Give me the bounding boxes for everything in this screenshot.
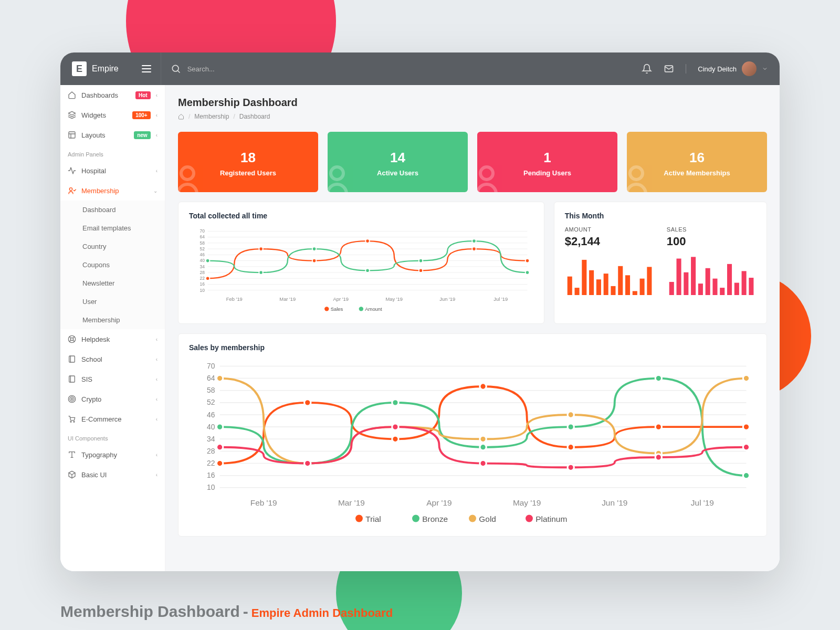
svg-point-146 <box>568 464 574 470</box>
search-input[interactable] <box>187 65 334 73</box>
svg-text:16: 16 <box>207 471 215 479</box>
subnav-item-coupons[interactable]: Coupons <box>60 256 165 274</box>
subnav-item-dashboard[interactable]: Dashboard <box>60 201 165 219</box>
breadcrumb-item[interactable]: Membership <box>194 113 229 120</box>
svg-text:10: 10 <box>200 288 205 293</box>
chevron-icon: ‹ <box>156 396 158 402</box>
sidebar-item-hospital[interactable]: Hospital ‹ <box>60 161 165 181</box>
svg-rect-89 <box>684 272 688 296</box>
sidebar-item-widgets[interactable]: Widgets 100+ ‹ <box>60 105 165 125</box>
sidebar-item-sis[interactable]: SIS ‹ <box>60 369 165 389</box>
svg-point-125 <box>568 444 574 450</box>
nav-label: School <box>81 355 151 363</box>
chevron-icon: ‹ <box>156 337 158 342</box>
svg-point-144 <box>392 424 398 430</box>
subnav-item-country[interactable]: Country <box>60 237 165 256</box>
breadcrumb-sep: / <box>188 113 190 120</box>
svg-point-142 <box>216 444 223 450</box>
mail-icon[interactable] <box>664 64 674 74</box>
svg-rect-78 <box>589 270 594 296</box>
svg-line-11 <box>73 340 75 342</box>
svg-rect-91 <box>698 284 703 295</box>
svg-text:64: 64 <box>200 234 205 239</box>
sidebar-item-membership[interactable]: Membership ⌄ <box>60 181 165 201</box>
nav-label: Membership <box>81 187 148 195</box>
svg-text:16: 16 <box>200 281 205 287</box>
svg-point-133 <box>655 375 662 381</box>
svg-rect-98 <box>749 278 753 295</box>
svg-rect-87 <box>669 282 674 295</box>
stat-row: 18 Registered Users 14 Active Users 1 Pe… <box>178 132 767 192</box>
svg-text:22: 22 <box>200 276 205 281</box>
total-collected-chart: 1016222834404652586470Feb '19Mar '19Apr … <box>189 226 533 314</box>
sidebar-item-basic ui[interactable]: Basic UI ‹ <box>60 465 165 485</box>
svg-point-126 <box>655 424 662 430</box>
svg-text:34: 34 <box>207 435 215 443</box>
stat-card-registered users[interactable]: 18 Registered Users <box>178 132 318 192</box>
svg-point-121 <box>216 460 223 466</box>
svg-text:52: 52 <box>207 398 215 406</box>
svg-point-135 <box>216 375 223 381</box>
badge-hot: Hot <box>135 91 151 99</box>
svg-point-157 <box>412 514 419 522</box>
svg-point-21 <box>70 421 71 422</box>
footer-caption: Membership Dashboard - Empire Admin Dash… <box>60 603 393 621</box>
stat-card-pending users[interactable]: 1 Pending Users <box>477 132 617 192</box>
subnav-item-membership[interactable]: Membership <box>60 311 165 329</box>
nav-section-ui: UI Components <box>60 429 165 445</box>
menu-toggle-button[interactable] <box>142 65 151 72</box>
cube-icon <box>68 470 76 479</box>
stat-card-active users[interactable]: 14 Active Users <box>328 132 468 192</box>
stat-value: 14 <box>390 150 405 166</box>
svg-point-147 <box>655 454 662 460</box>
brand[interactable]: E Empire <box>72 61 119 76</box>
sidebar-item-school[interactable]: School ‹ <box>60 349 165 369</box>
topbar: E Empire Cindy Deitch <box>60 52 780 85</box>
chevron-icon: ‹ <box>156 168 158 174</box>
amount-label: AMOUNT <box>565 226 654 233</box>
stat-card-active memberships[interactable]: 16 Active Memberships <box>627 132 767 192</box>
sales-sparkbar <box>667 254 756 295</box>
user-menu[interactable]: Cindy Deitch <box>698 61 768 76</box>
svg-point-55 <box>419 269 423 272</box>
subnav-item-user[interactable]: User <box>60 292 165 311</box>
sidebar-item-e-commerce[interactable]: E-Commerce ‹ <box>60 409 165 429</box>
sidebar-item-layouts[interactable]: Layouts new ‹ <box>60 125 165 145</box>
svg-rect-97 <box>741 271 746 295</box>
svg-text:70: 70 <box>200 228 205 234</box>
sales-by-membership-chart: 1016222834404652586470Feb '19Mar '19Apr … <box>189 358 756 527</box>
svg-rect-86 <box>647 267 652 295</box>
svg-rect-80 <box>603 274 608 295</box>
nav-label: Helpdesk <box>81 335 151 343</box>
footer-subtitle: Empire Admin Dashboard <box>251 606 393 620</box>
svg-point-22 <box>74 421 75 422</box>
this-month-panel: This Month AMOUNT $2,144 SALES 100 <box>554 202 767 324</box>
chevron-left-icon: ‹ <box>156 112 158 118</box>
home-icon[interactable] <box>178 113 184 120</box>
subnav-item-email templates[interactable]: Email templates <box>60 219 165 237</box>
bell-icon[interactable] <box>642 64 652 74</box>
sales-by-membership-panel: Sales by membership 10162228344046525864… <box>178 333 767 537</box>
user-name: Cindy Deitch <box>698 65 737 73</box>
svg-text:Gold: Gold <box>479 514 496 523</box>
svg-point-25 <box>181 167 194 180</box>
sidebar-item-crypto[interactable]: Crypto ‹ <box>60 389 165 409</box>
svg-text:22: 22 <box>207 459 215 467</box>
svg-text:Mar '19: Mar '19 <box>279 297 296 302</box>
user-check-icon <box>68 186 76 195</box>
sidebar-item-helpdesk[interactable]: Helpdesk ‹ <box>60 329 165 349</box>
svg-text:40: 40 <box>200 258 205 263</box>
sidebar-item-typography[interactable]: Typography ‹ <box>60 445 165 465</box>
this-month-sales: SALES 100 <box>667 226 756 295</box>
stat-value: 18 <box>240 150 256 166</box>
svg-rect-93 <box>712 279 717 296</box>
svg-text:Amount: Amount <box>365 307 382 312</box>
svg-rect-95 <box>727 264 732 296</box>
subnav-item-newsletter[interactable]: Newsletter <box>60 274 165 292</box>
svg-point-20 <box>71 398 73 400</box>
svg-rect-82 <box>618 266 623 296</box>
sidebar-item-dashboards[interactable]: Dashboards Hot ‹ <box>60 85 165 105</box>
breadcrumb: / Membership / Dashboard <box>178 113 767 120</box>
svg-text:Jun '19: Jun '19 <box>602 498 627 507</box>
svg-point-54 <box>365 239 369 243</box>
